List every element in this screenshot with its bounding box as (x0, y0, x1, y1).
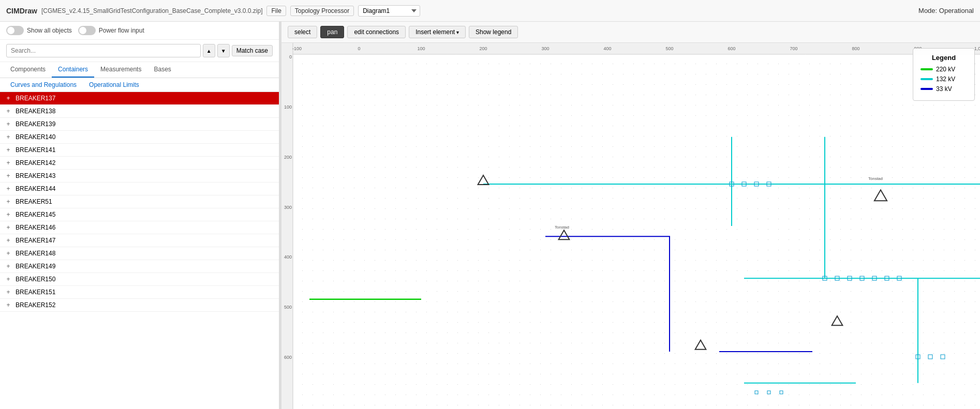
tabs-row: Components Containers Measurements Bases (0, 62, 279, 78)
show-all-objects-group: Show all objects (6, 26, 72, 35)
legend-label-220kv: 220 kV (936, 66, 955, 73)
list-item[interactable]: + BREAKER152 (0, 299, 279, 312)
subtab-operational[interactable]: Operational Limits (83, 78, 145, 92)
expand-icon[interactable]: + (4, 275, 12, 283)
item-label[interactable]: BREAKER145 (16, 211, 275, 218)
tab-bases[interactable]: Bases (147, 62, 177, 78)
item-label[interactable]: BREAKER152 (16, 301, 275, 309)
legend-item-132kv: 132 kV (920, 75, 967, 83)
subtabs-row: Curves and Regulations Operational Limit… (0, 78, 279, 92)
show-all-objects-label: Show all objects (27, 27, 72, 34)
list-item[interactable]: + BREAKER148 (0, 247, 279, 260)
legend-color-220kv (920, 68, 933, 70)
diagram-canvas (281, 43, 980, 409)
legend-item-33kv: 33 kV (920, 85, 967, 93)
show-legend-button[interactable]: Show legend (469, 26, 518, 38)
item-label[interactable]: BREAKER138 (16, 108, 275, 115)
toolbar-row: Show all objects Power flow input (0, 22, 279, 40)
tab-components[interactable]: Components (4, 62, 52, 78)
expand-icon[interactable]: + (4, 262, 12, 270)
item-list: + BREAKER137 + BREAKER138 + BREAKER139 +… (0, 92, 279, 409)
legend-label-33kv: 33 kV (936, 85, 952, 93)
list-item[interactable]: + BREAKER145 (0, 208, 279, 221)
layout: Show all objects Power flow input ▲ ▼ Ma… (0, 22, 980, 409)
item-label[interactable]: BREAKER137 (16, 95, 275, 102)
list-item[interactable]: + BREAKER138 (0, 105, 279, 118)
expand-icon[interactable]: + (4, 236, 12, 245)
main-area: select pan edit connections Insert eleme… (281, 22, 980, 409)
item-label[interactable]: BREAKER142 (16, 159, 275, 166)
expand-icon[interactable]: + (4, 223, 12, 232)
search-next-button[interactable]: ▼ (217, 44, 230, 57)
list-item[interactable]: + BREAKER142 (0, 157, 279, 170)
pan-button[interactable]: pan (320, 26, 344, 38)
canvas-area[interactable]: Legend 220 kV 132 kV 33 kV (281, 43, 980, 409)
expand-icon[interactable]: + (4, 107, 12, 115)
expand-icon[interactable]: + (4, 94, 12, 102)
list-item[interactable]: + BREAKER140 (0, 131, 279, 144)
list-item[interactable]: + BREAKER51 (0, 195, 279, 208)
item-label[interactable]: BREAKER148 (16, 250, 275, 257)
item-label[interactable]: BREAKER149 (16, 263, 275, 270)
search-row: ▲ ▼ Match case (0, 40, 279, 62)
edit-connections-button[interactable]: edit connections (347, 26, 406, 38)
show-all-objects-toggle[interactable] (6, 26, 24, 35)
item-label[interactable]: BREAKER151 (16, 289, 275, 296)
list-item[interactable]: + BREAKER144 (0, 183, 279, 195)
expand-icon[interactable]: + (4, 210, 12, 219)
legend-item-220kv: 220 kV (920, 66, 967, 73)
expand-icon[interactable]: + (4, 249, 12, 257)
insert-element-button[interactable]: Insert element (409, 26, 466, 38)
sidebar: Show all objects Power flow input ▲ ▼ Ma… (0, 22, 279, 409)
list-item[interactable]: + BREAKER141 (0, 144, 279, 157)
list-item[interactable]: + BREAKER143 (0, 170, 279, 183)
mode-label: Mode: Operational (918, 7, 974, 14)
item-label[interactable]: BREAKER51 (16, 198, 275, 205)
expand-icon[interactable]: + (4, 146, 12, 154)
item-label[interactable]: BREAKER147 (16, 237, 275, 244)
list-item[interactable]: + BREAKER146 (0, 221, 279, 234)
canvas-toolbar: select pan edit connections Insert eleme… (281, 22, 980, 43)
list-item[interactable]: + BREAKER147 (0, 234, 279, 247)
search-prev-button[interactable]: ▲ (203, 44, 215, 57)
expand-icon[interactable]: + (4, 198, 12, 206)
search-input[interactable] (6, 44, 201, 57)
filename: [CGMES_v2.4.15_SmallGridTestConfiguratio… (41, 7, 263, 14)
expand-icon[interactable]: + (4, 288, 12, 296)
legend-color-33kv (920, 88, 933, 90)
expand-icon[interactable]: + (4, 185, 12, 193)
tab-containers[interactable]: Containers (52, 62, 94, 78)
list-item[interactable]: + BREAKER150 (0, 273, 279, 286)
power-flow-group: Power flow input (78, 26, 144, 35)
tab-measurements[interactable]: Measurements (94, 62, 147, 78)
list-item[interactable]: + BREAKER149 (0, 260, 279, 273)
power-flow-label: Power flow input (99, 27, 144, 34)
legend-label-132kv: 132 kV (936, 75, 955, 83)
item-label[interactable]: BREAKER141 (16, 146, 275, 154)
expand-icon[interactable]: + (4, 301, 12, 309)
expand-icon[interactable]: + (4, 172, 12, 180)
item-label[interactable]: BREAKER140 (16, 133, 275, 141)
expand-icon[interactable]: + (4, 120, 12, 128)
topology-processor-button[interactable]: Topology Processor (290, 6, 354, 16)
item-label[interactable]: BREAKER146 (16, 224, 275, 231)
file-menu-button[interactable]: File (266, 6, 286, 16)
item-label[interactable]: BREAKER150 (16, 276, 275, 283)
list-item[interactable]: + BREAKER137 (0, 92, 279, 105)
subtab-curves[interactable]: Curves and Regulations (4, 78, 83, 92)
expand-icon[interactable]: + (4, 159, 12, 167)
item-label[interactable]: BREAKER139 (16, 120, 275, 128)
legend-color-132kv (920, 78, 933, 80)
select-button[interactable]: select (288, 26, 317, 38)
header: CIMDraw [CGMES_v2.4.15_SmallGridTestConf… (0, 0, 980, 22)
list-item[interactable]: + BREAKER151 (0, 286, 279, 299)
match-case-button[interactable]: Match case (232, 45, 273, 56)
list-item[interactable]: + BREAKER139 (0, 118, 279, 131)
item-label[interactable]: BREAKER143 (16, 172, 275, 179)
legend-title: Legend (920, 54, 967, 62)
expand-icon[interactable]: + (4, 133, 12, 141)
item-label[interactable]: BREAKER144 (16, 185, 275, 192)
power-flow-toggle[interactable] (78, 26, 96, 35)
diagram-select[interactable]: Diagram1 (358, 5, 420, 17)
legend-panel: Legend 220 kV 132 kV 33 kV (913, 48, 975, 101)
